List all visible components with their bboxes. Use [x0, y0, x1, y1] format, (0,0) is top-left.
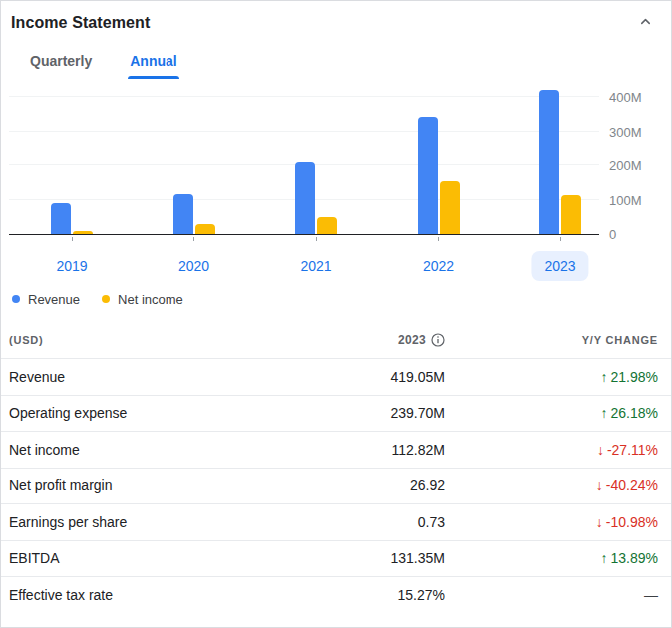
- row-label: Earnings per share: [9, 514, 248, 530]
- tab-quarterly[interactable]: Quarterly: [28, 49, 94, 79]
- change-arrow-icon: ↑: [601, 550, 608, 566]
- change-value: -10.98%: [606, 514, 658, 530]
- bar-group-2022[interactable]: [418, 117, 460, 234]
- bar-group-2019[interactable]: [51, 203, 93, 234]
- row-change: ↓ -27.11%: [445, 442, 658, 458]
- period-label: 2023: [398, 333, 426, 347]
- row-value: 239.70M: [248, 405, 445, 421]
- change-arrow-icon: ↓: [596, 514, 603, 530]
- change-value: -27.11%: [607, 442, 658, 458]
- net-income-bar[interactable]: [195, 224, 215, 234]
- table-row: Revenue 419.05M ↑ 21.98%: [1, 358, 671, 395]
- currency-column-header: (USD): [9, 334, 248, 346]
- net-income-bar[interactable]: [440, 181, 460, 234]
- bar-group-2023[interactable]: [539, 90, 581, 234]
- row-label: Effective tax rate: [9, 587, 248, 603]
- change-column-header: Y/Y CHANGE: [445, 334, 658, 346]
- chart-plot: [9, 89, 599, 235]
- row-label: Net income: [9, 442, 248, 458]
- row-value: 112.82M: [248, 442, 445, 458]
- change-value: 21.98%: [611, 369, 658, 385]
- revenue-bar[interactable]: [539, 90, 559, 234]
- chart-legend: RevenueNet income: [12, 290, 671, 308]
- row-change: ↑ 21.98%: [445, 369, 658, 385]
- row-value: 15.27%: [248, 587, 445, 603]
- bar-group-2020[interactable]: [173, 194, 215, 234]
- row-value: 131.35M: [248, 550, 445, 566]
- y-axis-label: 400M: [609, 90, 669, 106]
- net-income-bar[interactable]: [73, 231, 93, 234]
- revenue-bar[interactable]: [173, 194, 193, 234]
- card-header: Income Statement: [1, 1, 671, 37]
- change-value: —: [644, 587, 658, 603]
- period-tabs: QuarterlyAnnual: [28, 49, 671, 79]
- net-income-bar[interactable]: [317, 217, 337, 234]
- y-axis-label: 200M: [609, 158, 669, 174]
- row-value: 0.73: [248, 514, 445, 530]
- table-row: Net profit margin 26.92 ↓ -40.24%: [1, 468, 671, 504]
- revenue-bar[interactable]: [418, 117, 438, 234]
- change-value: 26.18%: [611, 405, 658, 421]
- year-label-2019[interactable]: 2019: [43, 251, 100, 281]
- row-label: EBITDA: [9, 550, 248, 566]
- table-header-row: (USD) 2023 Y/Y CHANGE: [1, 322, 671, 358]
- legend-dot-icon: [12, 295, 20, 303]
- table-row: EBITDA 131.35M ↑ 13.89%: [1, 540, 671, 577]
- legend-label: Net income: [118, 292, 183, 307]
- x-axis-tick: [316, 237, 317, 241]
- table-row: Earnings per share 0.73 ↓ -10.98%: [1, 503, 671, 540]
- income-statement-card: Income Statement QuarterlyAnnual 0100M20…: [0, 0, 672, 628]
- legend-item-net-income: Net income: [102, 292, 183, 307]
- x-axis-tick: [72, 237, 73, 241]
- row-label: Revenue: [9, 369, 248, 385]
- collapse-section-button[interactable]: [636, 12, 655, 34]
- change-arrow-icon: ↓: [596, 477, 603, 493]
- bar-group-2021[interactable]: [295, 162, 337, 234]
- legend-item-revenue: Revenue: [12, 292, 80, 307]
- year-label-2022[interactable]: 2022: [410, 251, 467, 281]
- change-arrow-icon: ↑: [601, 369, 608, 385]
- year-label-2021[interactable]: 2021: [287, 251, 344, 281]
- x-axis-tick: [438, 237, 439, 241]
- x-axis-tick: [560, 237, 561, 241]
- row-change: ↑ 26.18%: [445, 405, 658, 421]
- table-row: Effective tax rate 15.27% —: [1, 576, 671, 613]
- change-arrow-icon: ↑: [601, 405, 608, 421]
- y-axis-label: 300M: [609, 125, 669, 141]
- change-value: -40.24%: [606, 477, 658, 493]
- row-change: ↓ -40.24%: [445, 477, 658, 493]
- table-row: Net income 112.82M ↓ -27.11%: [1, 431, 671, 468]
- row-change: ↑ 13.89%: [445, 550, 658, 566]
- year-label-2023[interactable]: 2023: [531, 251, 588, 281]
- income-chart: 0100M200M300M400M20192020202120222023: [1, 89, 671, 284]
- gridline: [9, 96, 599, 97]
- change-value: 13.89%: [611, 550, 658, 566]
- y-axis-label: 0: [609, 227, 669, 243]
- period-column-header: 2023: [248, 333, 445, 347]
- y-axis-label: 100M: [609, 193, 669, 209]
- row-change: —: [445, 587, 658, 603]
- x-axis-tick: [193, 237, 194, 241]
- row-label: Net profit margin: [9, 477, 248, 493]
- table-row: Operating expense 239.70M ↑ 26.18%: [1, 395, 671, 432]
- chevron-up-icon: [638, 14, 653, 32]
- revenue-bar[interactable]: [51, 203, 71, 234]
- info-icon[interactable]: [431, 333, 445, 347]
- legend-dot-icon: [102, 295, 110, 303]
- legend-label: Revenue: [28, 292, 80, 307]
- row-value: 26.92: [248, 477, 445, 493]
- row-value: 419.05M: [248, 369, 445, 385]
- financials-table: (USD) 2023 Y/Y CHANGE Revenue 419.05M ↑ …: [1, 322, 671, 613]
- year-label-2020[interactable]: 2020: [166, 251, 222, 281]
- tab-annual[interactable]: Annual: [128, 49, 178, 79]
- gridline: [9, 131, 599, 132]
- row-label: Operating expense: [9, 405, 248, 421]
- revenue-bar[interactable]: [295, 162, 315, 234]
- net-income-bar[interactable]: [561, 195, 581, 234]
- change-arrow-icon: ↓: [597, 442, 604, 458]
- page-title: Income Statement: [11, 14, 150, 32]
- row-change: ↓ -10.98%: [445, 514, 658, 530]
